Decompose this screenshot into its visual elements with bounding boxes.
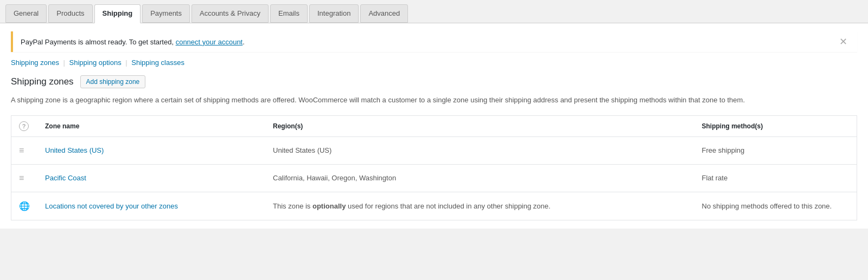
subnav-shipping-classes[interactable]: Shipping classes: [131, 58, 184, 67]
optionally-bold: optionally: [312, 202, 346, 210]
row-zone-us: United States (US): [37, 136, 265, 164]
section-heading: Shipping zones Add shipping zone: [11, 75, 857, 88]
tab-payments[interactable]: Payments: [142, 4, 190, 23]
tab-emails[interactable]: Emails: [270, 4, 308, 23]
subnav-sep-2: |: [125, 58, 127, 67]
subnav-sep-1: |: [63, 58, 65, 67]
tab-advanced[interactable]: Advanced: [360, 4, 408, 23]
row-zone-other: Locations not covered by your other zone…: [37, 192, 265, 220]
table-header-row: ? Zone name Region(s) Shipping method(s): [11, 115, 857, 136]
notice-link[interactable]: connect your account: [176, 38, 243, 46]
table-row: ≡ United States (US) United States (US) …: [11, 136, 857, 164]
subnav-shipping-zones[interactable]: Shipping zones: [11, 58, 59, 67]
globe-icon: 🌐: [19, 201, 30, 211]
subnav-shipping-options[interactable]: Shipping options: [69, 58, 122, 67]
help-icon[interactable]: ?: [19, 121, 29, 131]
notice-text: PayPal Payments is almost ready. To get …: [21, 38, 245, 46]
row-icon-pacific: ≡: [11, 164, 38, 192]
zone-link-pacific[interactable]: Pacific Coast: [45, 174, 86, 182]
row-icon-us: ≡: [11, 136, 38, 164]
row-region-pacific: California, Hawaii, Oregon, Washington: [265, 164, 694, 192]
table-row: ≡ Pacific Coast California, Hawaii, Oreg…: [11, 164, 857, 192]
tab-accounts-privacy[interactable]: Accounts & Privacy: [192, 4, 269, 23]
zone-link-us[interactable]: United States (US): [45, 146, 104, 154]
row-region-us: United States (US): [265, 136, 694, 164]
notice-banner: PayPal Payments is almost ready. To get …: [11, 31, 857, 52]
row-region-other: This zone is optionally used for regions…: [265, 192, 694, 220]
tab-integration[interactable]: Integration: [309, 4, 359, 23]
col-header-shipping-methods: Shipping method(s): [694, 115, 857, 136]
table-row: 🌐 Locations not covered by your other zo…: [11, 192, 857, 220]
zones-table: ? Zone name Region(s) Shipping method(s)…: [11, 115, 857, 220]
section-title: Shipping zones: [11, 76, 74, 87]
row-method-other: No shipping methods offered to this zone…: [694, 192, 857, 220]
col-header-regions: Region(s): [265, 115, 694, 136]
drag-handle-icon[interactable]: ≡: [19, 146, 24, 155]
row-method-pacific: Flat rate: [694, 164, 857, 192]
row-method-us: Free shipping: [694, 136, 857, 164]
section-description: A shipping zone is a geographic region w…: [11, 95, 857, 106]
notice-close-button[interactable]: ✕: [837, 37, 850, 47]
col-header-zone-name: Zone name: [37, 115, 265, 136]
row-icon-other: 🌐: [11, 192, 38, 220]
tab-general[interactable]: General: [5, 4, 47, 23]
row-zone-pacific: Pacific Coast: [37, 164, 265, 192]
tab-products[interactable]: Products: [48, 4, 92, 23]
zone-link-other[interactable]: Locations not covered by your other zone…: [45, 202, 178, 210]
drag-handle-icon[interactable]: ≡: [19, 173, 24, 183]
main-content: PayPal Payments is almost ready. To get …: [0, 23, 868, 229]
add-shipping-zone-button[interactable]: Add shipping zone: [80, 75, 146, 88]
sub-nav: Shipping zones | Shipping options | Ship…: [11, 58, 857, 67]
tab-shipping[interactable]: Shipping: [94, 4, 141, 23]
col-header-icon: ?: [11, 115, 38, 136]
nav-tabs: General Products Shipping Payments Accou…: [0, 0, 868, 23]
